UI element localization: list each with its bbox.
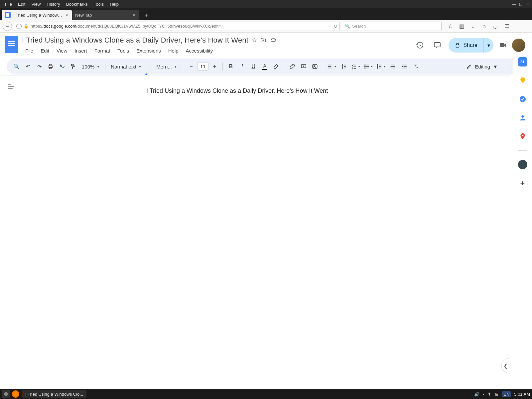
minimize-button[interactable]: — [511,1,517,7]
reload-button[interactable]: ↻ [333,24,337,29]
docs-menu-format[interactable]: Format [91,47,114,55]
add-comment-button[interactable] [298,61,309,72]
meet-button[interactable] [499,41,507,49]
docs-logo-icon[interactable] [5,36,18,53]
tasks-app-icon[interactable] [518,94,527,104]
clock[interactable]: 5:01 AM [514,392,530,397]
expand-side-button[interactable]: ❮ [501,358,509,373]
os-menubar: File Edit View History Bookmarks Tools H… [0,0,532,8]
outline-toggle-button[interactable] [8,82,17,91]
redo-button[interactable]: ↷ [34,61,45,72]
language-indicator[interactable]: EN [502,391,511,397]
browser-url-bar: ← i 🔒 https://docs.google.com/document/d… [0,20,532,33]
increase-font-button[interactable]: + [209,61,220,72]
keep-app-icon[interactable] [518,76,527,85]
home-button[interactable]: ⌂ [481,23,487,30]
editing-mode-select[interactable]: Editing ▼ [462,61,502,72]
cloud-status-icon[interactable] [270,37,276,44]
undo-button[interactable]: ↶ [23,61,33,72]
italic-button[interactable]: I [237,61,247,72]
font-size-input[interactable] [197,62,208,71]
start-button[interactable] [2,390,10,398]
hamburger-menu-button[interactable]: ☰ [503,23,510,30]
os-menu-tools[interactable]: Tools [91,2,107,7]
os-menu-file[interactable]: File [2,2,15,7]
contacts-app-icon[interactable] [518,113,527,122]
align-button[interactable]: ▼ [326,61,338,72]
print-button[interactable] [45,61,56,72]
move-button[interactable] [260,37,266,43]
docs-menu-accessibility[interactable]: Accessibility [183,47,216,55]
get-addons-button[interactable]: + [520,179,525,188]
text-color-button[interactable]: A [259,61,270,72]
docs-menu-tools[interactable]: Tools [114,47,132,55]
font-select[interactable]: Merri...▼ [154,62,180,71]
spellcheck-button[interactable] [57,61,67,72]
docs-menu-file[interactable]: File [22,47,37,55]
docs-menu-edit[interactable]: Edit [37,47,53,55]
star-button[interactable]: ☆ [252,37,257,44]
tab-close-button[interactable]: ✕ [131,12,136,18]
library-button[interactable]: ▥ [458,23,465,30]
highlight-color-button[interactable] [271,61,281,72]
document-body-text[interactable]: I Tried Using a Windows Clone as a Daily… [146,87,510,94]
clear-formatting-button[interactable] [410,61,421,72]
maximize-button[interactable]: ▢ [518,1,523,7]
url-input[interactable]: i 🔒 https://docs.google.com/document/d/1… [14,22,340,31]
checklist-button[interactable]: ▼ [350,61,362,72]
browser-search-input[interactable]: 🔍 Search [342,22,442,31]
docs-toolbar: 🔍 ↶ ↷ 100%▼ Normal text▼ Merri...▼ − + B… [7,59,525,74]
os-menu-help[interactable]: Help [107,2,122,7]
os-menu-view[interactable]: View [28,2,44,7]
docs-menu-extensions[interactable]: Extensions [133,47,164,55]
comments-button[interactable] [431,39,443,51]
firefox-icon[interactable] [12,390,19,398]
taskbar-item[interactable]: I Tried Using a Windows Clo... [22,390,86,398]
maps-app-icon[interactable] [518,132,527,141]
decrease-font-button[interactable]: − [186,61,197,72]
volume-icon[interactable]: 🔊 [474,392,479,397]
back-button[interactable]: ← [3,22,12,31]
os-menu-edit[interactable]: Edit [15,2,28,7]
share-dropdown-button[interactable]: ▾ [483,38,493,53]
docs-menu-insert[interactable]: Insert [71,47,90,55]
os-menu-history[interactable]: History [44,2,63,7]
downloads-button[interactable]: ↓ [469,23,476,30]
docs-menu-view[interactable]: View [53,47,70,55]
network-icon[interactable]: 🖥 [494,392,499,397]
version-history-button[interactable] [414,39,426,51]
insert-link-button[interactable] [287,61,298,72]
tab-close-button[interactable]: ✕ [64,12,69,18]
os-menu-bookmarks[interactable]: Bookmarks [63,2,91,7]
browser-tab-active[interactable]: I Tried Using a Windows Clon... ✕ [2,10,72,20]
addon-app-icon[interactable] [518,160,527,169]
style-select[interactable]: Normal text▼ [108,62,148,71]
increase-indent-button[interactable] [399,61,410,72]
insert-image-button[interactable] [310,61,320,72]
paint-format-button[interactable] [68,61,78,72]
calendar-app-icon[interactable]: 31 [518,57,527,66]
share-button[interactable]: Share [449,38,483,53]
search-menus-button[interactable]: 🔍 [11,61,22,72]
browser-tab-inactive[interactable]: New Tab ✕ [72,10,139,20]
account-avatar[interactable] [512,39,525,52]
decrease-indent-button[interactable] [388,61,398,72]
bold-button[interactable]: B [225,61,236,72]
underline-button[interactable]: U [248,61,259,72]
line-spacing-button[interactable] [338,61,349,72]
close-window-button[interactable]: ✕ [525,1,530,7]
numbered-list-button[interactable]: 123▼ [375,61,387,72]
browser-tab-strip: I Tried Using a Windows Clon... ✕ New Ta… [0,8,532,20]
tray-icon[interactable]: ⬍ [487,392,491,397]
pocket-button[interactable]: ◡ [492,23,499,30]
document-canvas[interactable]: I Tried Using a Windows Clone as a Daily… [0,75,510,386]
zoom-select[interactable]: 100%▼ [79,62,102,71]
tray-icon[interactable]: ▪ [483,392,484,397]
bullet-list-button[interactable]: ▼ [362,61,374,72]
docs-menu-help[interactable]: Help [165,47,182,55]
bookmark-star-button[interactable]: ☆ [447,23,454,30]
site-info-icon[interactable]: i [16,24,22,29]
document-title[interactable]: I Tried Using a Windows Clone as a Daily… [22,36,248,45]
tab-title: New Tab [75,13,131,18]
new-tab-button[interactable]: + [142,11,151,20]
